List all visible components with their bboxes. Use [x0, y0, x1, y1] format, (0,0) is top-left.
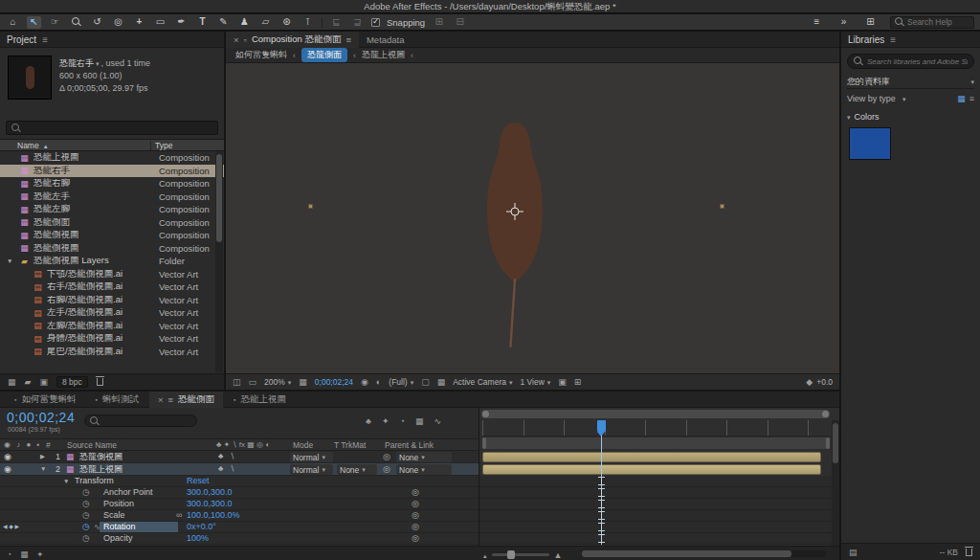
playhead-handle[interactable]: [597, 420, 606, 432]
viewer-timecode[interactable]: 0;00;02;24: [315, 377, 353, 387]
property-name[interactable]: Opacity: [103, 533, 133, 544]
time-navigator[interactable]: [481, 410, 830, 418]
property-row[interactable]: Anchor Point 300.0,300.0: [0, 487, 479, 499]
project-panel-header[interactable]: Project: [0, 32, 224, 48]
property-row[interactable]: Scale 100.0,100.0%: [0, 510, 479, 522]
trkmat-select[interactable]: None: [337, 464, 377, 475]
property-pickwhip-icon[interactable]: [412, 522, 419, 532]
primary-viewer-icon[interactable]: [249, 377, 257, 387]
composition-tab[interactable]: Composition 恐龍側面: [226, 32, 359, 48]
property-name[interactable]: Scale: [103, 510, 125, 521]
zoom-slider-thumb[interactable]: [507, 550, 515, 559]
stopwatch-icon[interactable]: [82, 522, 90, 532]
project-item-row[interactable]: 左腳/恐龍側視圖.ai Vector Art: [0, 320, 224, 333]
timeline-track-area[interactable]: [479, 408, 839, 546]
transform-reset-link[interactable]: Reset: [187, 476, 210, 486]
delete-icon[interactable]: [97, 378, 103, 386]
frame-blending-icon[interactable]: [399, 416, 404, 426]
hand-tool[interactable]: [48, 16, 62, 29]
property-pickwhip-icon[interactable]: [412, 533, 419, 544]
apps-icon[interactable]: [863, 16, 878, 29]
layer-handle-left[interactable]: [308, 204, 313, 209]
clone-stamp-tool[interactable]: [237, 16, 252, 29]
project-item-row[interactable]: 恐龍左腳 Composition: [0, 203, 224, 216]
project-item-row[interactable]: 尾巴/恐龍側視圖.ai Vector Art: [0, 346, 224, 359]
column-trkmat[interactable]: T TrkMat: [334, 439, 366, 451]
layer1-duration-bar[interactable]: [482, 452, 821, 462]
project-search-input[interactable]: [25, 123, 212, 133]
visibility-toggle[interactable]: [4, 463, 11, 475]
work-area-bar[interactable]: [482, 437, 830, 449]
property-row[interactable]: Opacity 100%: [0, 533, 479, 545]
close-icon[interactable]: [234, 34, 239, 45]
property-pickwhip-icon[interactable]: [412, 510, 419, 521]
region-of-interest-icon[interactable]: [421, 377, 430, 387]
layer-row[interactable]: 2 恐龍上視圖 Normal None None: [0, 463, 479, 476]
property-name[interactable]: Anchor Point: [103, 487, 153, 498]
current-timecode[interactable]: 0;00;02;24: [7, 410, 75, 425]
zoom-out-icon[interactable]: [483, 549, 487, 560]
project-item-row[interactable]: 恐龍右腳 Composition: [0, 177, 224, 190]
property-value[interactable]: 100.0,100.0%: [187, 510, 240, 521]
stopwatch-icon[interactable]: [82, 510, 90, 521]
layer2-duration-bar[interactable]: [482, 464, 821, 475]
timeline-tab[interactable]: 恐龍上視圖: [225, 392, 295, 408]
scrollbar-thumb[interactable]: [582, 550, 791, 557]
in-out-columns-icon[interactable]: [36, 549, 43, 559]
new-folder-icon[interactable]: [25, 377, 32, 387]
project-item-row[interactable]: 左手/恐龍側視圖.ai Vector Art: [0, 306, 224, 320]
pan-behind-tool[interactable]: [132, 16, 146, 29]
project-item-row[interactable]: 恐龍右手 Composition: [0, 165, 224, 178]
fast-previews-icon[interactable]: [574, 377, 582, 387]
project-item-row[interactable]: 恐龍上視圖 Composition: [0, 151, 224, 165]
project-scrollbar[interactable]: [215, 151, 223, 372]
property-value[interactable]: 0x+0.0°: [187, 522, 216, 532]
libraries-search[interactable]: [847, 54, 974, 69]
timeline-horizontal-scrollbar[interactable]: [582, 550, 826, 557]
stopwatch-icon[interactable]: [82, 499, 90, 509]
transparency-grid-icon[interactable]: [437, 377, 446, 387]
text-tool[interactable]: [195, 16, 210, 29]
property-row[interactable]: Rotation 0x+0.0°: [0, 522, 479, 533]
shape-tool[interactable]: [153, 16, 167, 29]
property-name[interactable]: Position: [103, 499, 134, 509]
roto-brush-tool[interactable]: [279, 16, 294, 29]
breadcrumb-item[interactable]: 恐龍側面: [301, 48, 362, 62]
layer-expander-icon[interactable]: [40, 463, 46, 475]
help-search-input[interactable]: [907, 17, 969, 27]
close-icon[interactable]: [158, 394, 164, 405]
property-pickwhip-icon[interactable]: [412, 499, 419, 509]
grid-view-icon[interactable]: [957, 94, 966, 103]
zoom-slider[interactable]: [492, 553, 549, 556]
property-value[interactable]: 100%: [187, 533, 209, 544]
collapse-transform-icon[interactable]: [382, 416, 390, 426]
align-right-icon[interactable]: [350, 16, 365, 29]
layer-name[interactable]: 恐龍上視圖: [79, 463, 213, 475]
grid-guides-icon[interactable]: [299, 377, 307, 387]
panel-menu-icon[interactable]: [42, 34, 48, 45]
layer-name[interactable]: 恐龍側視圖: [79, 451, 213, 462]
snapshot-icon[interactable]: [361, 377, 368, 387]
breadcrumb-item[interactable]: 如何當隻蝌蚪: [235, 49, 301, 61]
timeline-tab[interactable]: 蝌蚪測試: [86, 392, 146, 408]
link-dimensions-icon[interactable]: [176, 510, 182, 521]
visibility-toggle[interactable]: [4, 451, 11, 462]
home-tool[interactable]: [6, 16, 20, 29]
scrollbar-thumb[interactable]: [833, 423, 838, 463]
brush-tool[interactable]: [216, 16, 231, 29]
libraries-search-input[interactable]: [867, 57, 968, 66]
layer-row[interactable]: 1 恐龍側視圖 Normal None: [0, 451, 479, 463]
parent-select[interactable]: None: [396, 452, 452, 462]
panel-menu-icon[interactable]: [890, 34, 896, 45]
workspace-menu-icon[interactable]: [810, 16, 824, 29]
column-mode[interactable]: Mode: [293, 439, 313, 451]
interpret-footage-icon[interactable]: [8, 377, 16, 387]
column-type[interactable]: Type: [151, 141, 224, 150]
pixel-aspect-icon[interactable]: [558, 377, 567, 387]
colors-section-header[interactable]: Colors: [847, 112, 974, 122]
property-name[interactable]: Rotation: [100, 522, 178, 532]
group-expander-icon[interactable]: [63, 476, 69, 486]
puppet-pin-tool[interactable]: [301, 16, 315, 29]
time-ruler[interactable]: [482, 420, 832, 437]
resolution-select[interactable]: (Full): [389, 377, 413, 387]
